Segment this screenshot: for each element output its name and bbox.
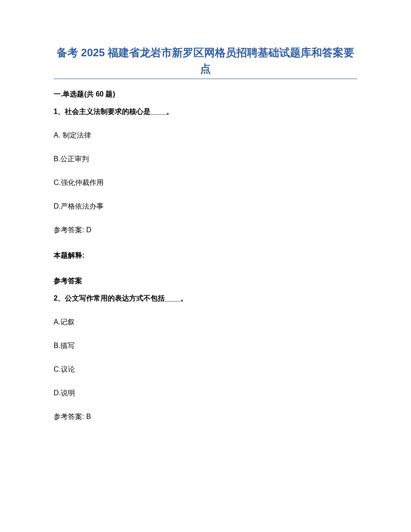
q2-option-d: D.说明 [54, 389, 357, 398]
q1-option-c: C.强化仲裁作用 [54, 178, 357, 188]
q2-option-c: C.议论 [54, 365, 357, 374]
q2-option-a: A.记叙 [54, 318, 357, 327]
q2-text: 2、公文写作常用的表达方式不包括____。 [54, 294, 357, 303]
q1-option-b: B.公正审判 [54, 155, 357, 164]
q1-text: 1、社会主义法制要求的核心是____。 [54, 107, 357, 117]
q1-option-d: D.严格依法办事 [54, 202, 357, 211]
q2-answer: 参考答案: B [54, 412, 357, 422]
section-header: 一.单选题(共 60 题) [54, 90, 357, 99]
title-underline [54, 79, 357, 79]
q1-option-a: A. 制定法律 [54, 131, 357, 140]
q1-explain-label: 本题解释: [54, 251, 357, 260]
q2-option-b: B.描写 [54, 341, 357, 351]
q1-ref-answer: 参考答案 [54, 276, 357, 286]
q1-answer: 参考答案: D [54, 226, 357, 235]
document-title: 备考 2025 福建省龙岩市新罗区网格员招聘基础试题库和答案要点 [54, 45, 357, 77]
